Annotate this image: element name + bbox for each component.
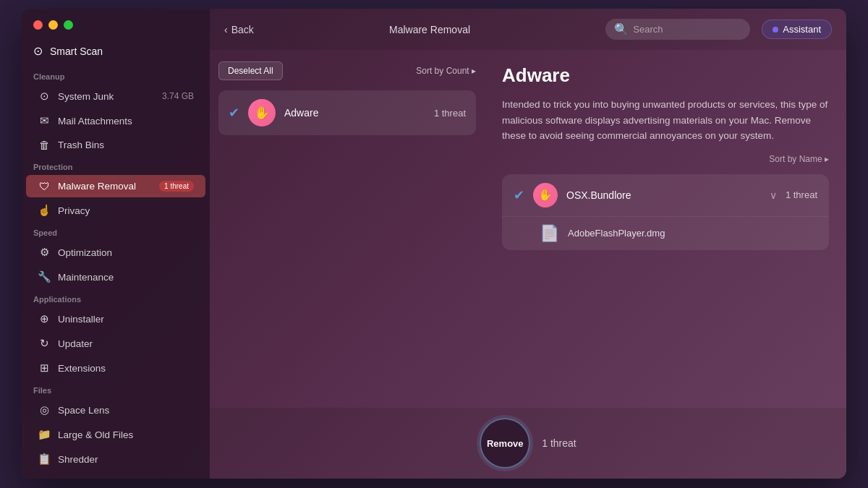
header: ‹ Back Malware Removal 🔍 Assistant bbox=[210, 9, 846, 50]
sidebar-item-label: Privacy bbox=[58, 205, 90, 216]
assistant-label: Assistant bbox=[783, 24, 821, 35]
section-label-cleanup: Cleanup bbox=[22, 67, 210, 84]
updater-icon: ↻ bbox=[38, 337, 51, 350]
list-panel: Deselect All Sort by Count ▸ ✔ ✋ Adware … bbox=[210, 50, 485, 408]
optimization-icon: ⚙ bbox=[38, 246, 51, 259]
traffic-lights bbox=[22, 9, 210, 38]
adware-icon-circle: ✋ bbox=[248, 99, 276, 127]
malware-badge: 1 threat bbox=[159, 181, 194, 192]
malware-icon: 🛡 bbox=[38, 180, 51, 192]
back-chevron-icon: ‹ bbox=[224, 24, 228, 35]
sidebar-item-large-old-files[interactable]: 📁 Large & Old Files bbox=[26, 423, 205, 446]
space-lens-icon: ◎ bbox=[38, 403, 51, 416]
sidebar-item-malware-removal[interactable]: 🛡 Malware Removal 1 threat bbox=[26, 175, 205, 197]
malware-group-name: OSX.Bundlore bbox=[566, 189, 761, 201]
sidebar-item-label: Space Lens bbox=[58, 405, 109, 416]
section-label-protection: Protection bbox=[22, 157, 210, 174]
search-icon: 🔍 bbox=[614, 22, 629, 36]
back-label: Back bbox=[231, 24, 254, 35]
sidebar-item-label: System Junk bbox=[58, 91, 114, 102]
back-button[interactable]: ‹ Back bbox=[224, 24, 254, 35]
uninstaller-icon: ⊕ bbox=[38, 312, 51, 325]
list-toolbar: Deselect All Sort by Count ▸ bbox=[218, 59, 476, 83]
detail-title: Adware bbox=[502, 64, 829, 87]
threat-count: 1 threat bbox=[434, 108, 466, 119]
sidebar: ⊙ Smart Scan Cleanup ⊙ System Junk 3.74 … bbox=[22, 9, 210, 479]
detail-list-header: Sort by Name ▸ bbox=[502, 154, 829, 164]
sidebar-item-shredder[interactable]: 📋 Shredder bbox=[26, 448, 205, 471]
smart-scan-icon: ⊙ bbox=[33, 44, 43, 58]
dmg-file-icon: 📄 bbox=[540, 224, 559, 243]
sort-count-button[interactable]: Sort by Count ▸ bbox=[416, 66, 476, 76]
section-label-speed: Speed bbox=[22, 223, 210, 240]
chevron-down-icon: ∨ bbox=[770, 189, 777, 201]
malware-group-icon-circle: ✋ bbox=[533, 183, 558, 207]
bottom-threat-count: 1 threat bbox=[542, 437, 576, 449]
sidebar-item-updater[interactable]: ↻ Updater bbox=[26, 332, 205, 355]
bottom-bar: Remove 1 threat bbox=[210, 408, 846, 479]
minimize-button[interactable] bbox=[48, 20, 58, 30]
sidebar-item-label: Malware Removal bbox=[58, 181, 136, 192]
detail-panel: Adware Intended to trick you into buying… bbox=[485, 50, 846, 408]
large-files-icon: 📁 bbox=[38, 428, 51, 441]
remove-button[interactable]: Remove bbox=[480, 418, 530, 468]
detail-description: Intended to trick you into buying unwant… bbox=[502, 97, 829, 144]
maximize-button[interactable] bbox=[64, 20, 73, 30]
extensions-icon: ⊞ bbox=[38, 361, 51, 374]
close-button[interactable] bbox=[33, 20, 43, 30]
sidebar-item-optimization[interactable]: ⚙ Optimization bbox=[26, 241, 205, 264]
system-junk-icon: ⊙ bbox=[38, 90, 51, 103]
sidebar-item-label: Maintenance bbox=[58, 272, 114, 283]
trash-icon: 🗑 bbox=[38, 139, 51, 151]
threat-name: Adware bbox=[284, 107, 425, 119]
section-label-applications: Applications bbox=[22, 289, 210, 307]
mail-icon: ✉ bbox=[38, 114, 51, 127]
header-title: Malware Removal bbox=[265, 24, 594, 35]
search-box[interactable]: 🔍 bbox=[605, 19, 750, 40]
malware-file-item: 📄 AdobeFlashPlayer.dmg bbox=[502, 216, 829, 250]
sidebar-item-label: Updater bbox=[58, 338, 93, 349]
privacy-icon: ☝ bbox=[38, 204, 51, 217]
file-name: AdobeFlashPlayer.dmg bbox=[568, 228, 665, 239]
sidebar-item-label: Trash Bins bbox=[58, 140, 104, 150]
smart-scan-label: Smart Scan bbox=[50, 46, 103, 57]
app-window: ⊙ Smart Scan Cleanup ⊙ System Junk 3.74 … bbox=[22, 9, 846, 479]
assistant-dot-icon bbox=[773, 27, 778, 33]
shredder-icon: 📋 bbox=[38, 453, 51, 466]
sidebar-item-mail-attachments[interactable]: ✉ Mail Attachments bbox=[26, 109, 205, 132]
sidebar-item-label: Mail Attachments bbox=[58, 116, 132, 127]
threat-list-item[interactable]: ✔ ✋ Adware 1 threat bbox=[218, 90, 476, 135]
sidebar-item-uninstaller[interactable]: ⊕ Uninstaller bbox=[26, 307, 205, 330]
sidebar-item-label: Extensions bbox=[58, 363, 106, 374]
maintenance-icon: 🔧 bbox=[38, 270, 51, 283]
hand-icon: ✋ bbox=[254, 105, 270, 121]
group-hand-icon: ✋ bbox=[538, 188, 553, 202]
deselect-all-button[interactable]: Deselect All bbox=[218, 61, 283, 80]
section-label-files: Files bbox=[22, 380, 210, 398]
sidebar-item-privacy[interactable]: ☝ Privacy bbox=[26, 199, 205, 222]
system-junk-size: 3.74 GB bbox=[162, 91, 194, 101]
content-body: Deselect All Sort by Count ▸ ✔ ✋ Adware … bbox=[210, 50, 846, 408]
sidebar-item-label: Optimization bbox=[58, 247, 112, 258]
sidebar-item-space-lens[interactable]: ◎ Space Lens bbox=[26, 398, 205, 421]
malware-group: ✔ ✋ OSX.Bundlore ∨ 1 threat 📄 AdobeFlash… bbox=[502, 174, 829, 250]
sidebar-item-trash-bins[interactable]: 🗑 Trash Bins bbox=[26, 134, 205, 156]
assistant-button[interactable]: Assistant bbox=[762, 20, 832, 39]
main-content: ‹ Back Malware Removal 🔍 Assistant Desel… bbox=[210, 9, 846, 479]
sort-name-button[interactable]: Sort by Name ▸ bbox=[769, 154, 829, 164]
search-input[interactable] bbox=[633, 24, 741, 35]
check-icon: ✔ bbox=[229, 105, 239, 121]
sidebar-item-extensions[interactable]: ⊞ Extensions bbox=[26, 356, 205, 380]
sidebar-item-label: Large & Old Files bbox=[58, 429, 133, 440]
sidebar-item-maintenance[interactable]: 🔧 Maintenance bbox=[26, 265, 205, 288]
sidebar-item-smart-scan[interactable]: ⊙ Smart Scan bbox=[22, 38, 210, 67]
malware-group-count: 1 threat bbox=[786, 189, 817, 200]
sidebar-item-label: Uninstaller bbox=[58, 314, 104, 325]
malware-group-header[interactable]: ✔ ✋ OSX.Bundlore ∨ 1 threat bbox=[502, 174, 829, 216]
sidebar-item-label: Shredder bbox=[58, 454, 98, 465]
group-check-icon: ✔ bbox=[514, 187, 524, 203]
sidebar-item-system-junk[interactable]: ⊙ System Junk 3.74 GB bbox=[26, 85, 205, 108]
